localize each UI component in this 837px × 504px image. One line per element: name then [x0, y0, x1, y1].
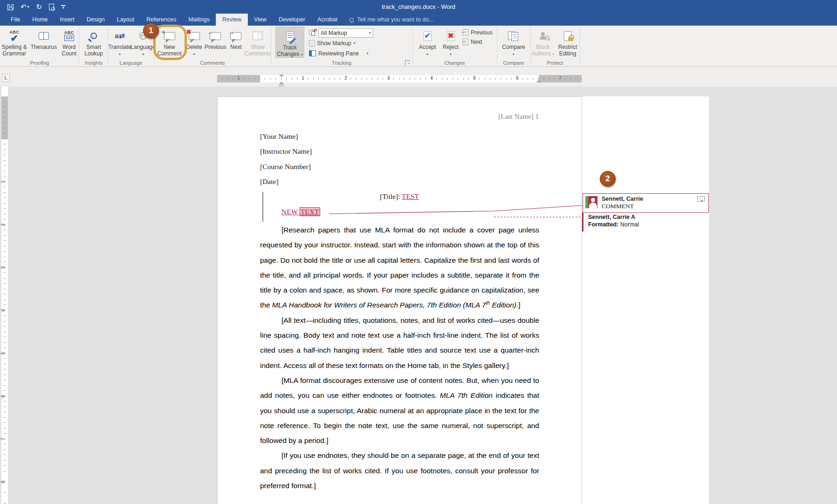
lightbulb-icon — [350, 18, 354, 22]
quick-access-toolbar: ↶▾ ↻ ▾ — [7, 2, 65, 12]
previous-comment-button[interactable]: ← Previous — [205, 27, 226, 51]
compare-button[interactable]: Compare▾ — [500, 27, 527, 57]
tab-mailings[interactable]: Mailings — [182, 14, 216, 26]
word-count-button[interactable]: ABC123 Word Count — [60, 27, 79, 57]
block-authors-button: Block Authors ▾ — [531, 27, 555, 57]
ruler-number: 5 — [0, 352, 6, 355]
next-comment-label: Next — [230, 44, 242, 51]
display-for-review-row: ⇄ All Markup▾ — [309, 28, 373, 38]
front-matter-line[interactable]: [Your Name] — [260, 132, 298, 141]
body-paragraphs[interactable]: [Research papers that use MLA format do … — [260, 223, 539, 493]
translate-icon: a⇄ — [115, 27, 125, 44]
compare-label: Compare▾ — [502, 44, 525, 57]
compare-icon — [508, 27, 519, 44]
language-label: Language▾ — [130, 44, 155, 57]
restrict-editing-icon — [564, 27, 571, 44]
ruler-number: 5 — [473, 75, 476, 81]
show-comments-button: Show Comments — [246, 27, 270, 57]
ruler-number: 8 — [0, 481, 6, 484]
save-icon[interactable] — [7, 4, 14, 10]
track-changes-button[interactable]: Track Changes ▾ — [275, 27, 304, 58]
next-change-label: Next — [471, 39, 482, 45]
commented-selected-text[interactable]: TEXT — [300, 207, 320, 216]
word-count-icon: ABC123 — [64, 27, 74, 44]
smart-lookup-icon: i — [90, 27, 97, 44]
front-matter-line[interactable]: [Date] — [260, 177, 279, 186]
reviewing-pane-label: Reviewing Pane — [318, 50, 359, 57]
revision-value: Normal — [618, 221, 639, 228]
next-change-button[interactable]: → Next — [463, 38, 493, 46]
previous-change-icon: ← — [463, 29, 468, 36]
smart-lookup-button[interactable]: i Smart Lookup — [82, 27, 106, 57]
next-comment-icon: → — [230, 27, 241, 44]
reviewing-pane-row[interactable]: Reviewing Pane ▾ — [309, 48, 373, 58]
print-preview-icon[interactable] — [49, 4, 54, 10]
tell-me-box[interactable]: Tell me what you want to do... — [343, 14, 440, 26]
revision-entry[interactable]: Sennett, Carrie A Formatted: Normal — [588, 213, 639, 228]
next-comment-button[interactable]: → Next — [228, 27, 244, 51]
markup-area — [582, 96, 710, 504]
thesaurus-button[interactable]: Thesaurus — [29, 27, 58, 51]
ruler-number: 7 — [0, 438, 6, 441]
new-comment-button[interactable]: 1 + New Comment — [155, 27, 184, 57]
previous-change-button[interactable]: ← Previous — [463, 29, 493, 36]
group-insights: i Smart Lookup Insights — [80, 26, 108, 66]
tab-home[interactable]: Home — [26, 14, 54, 26]
body-paragraph[interactable]: [Research papers that use MLA format do … — [260, 223, 539, 313]
tab-design[interactable]: Design — [81, 14, 111, 26]
translate-button[interactable]: a⇄ Translate▾ — [109, 27, 131, 57]
tracking-dialog-launcher[interactable]: ↘ — [405, 60, 410, 65]
thesaurus-icon — [39, 27, 49, 44]
document-area: 12345678 [Last Name] 1 [Your Name][Instr… — [0, 87, 837, 504]
tab-insert[interactable]: Insert — [54, 14, 81, 26]
tutorial-marker-1: 1 — [143, 23, 159, 39]
hanging-indent-marker[interactable] — [279, 79, 284, 84]
block-authors-icon — [540, 27, 546, 44]
new-comment-label: New Comment — [155, 44, 184, 57]
new-comment-icon: + — [164, 27, 175, 44]
accept-button[interactable]: ✔ Accept▾ — [416, 27, 439, 57]
previous-comment-label: Previous — [205, 44, 226, 51]
ribbon: ABC✔ Spelling & Grammar Thesaurus ABC123… — [0, 26, 837, 67]
tab-view[interactable]: View — [248, 14, 273, 26]
redo-icon[interactable]: ↻ — [36, 2, 42, 12]
body-paragraph[interactable]: [If you use endnotes, they should be on … — [260, 448, 539, 493]
show-markup-icon — [309, 40, 315, 47]
title-prefix: [Title]: — [380, 192, 402, 200]
reviewing-pane-icon — [309, 50, 316, 56]
delete-comment-button[interactable]: ✖ Delete▾ — [185, 27, 203, 57]
ribbon-tabs: FileHomeInsertDesignLayoutReferencesMail… — [0, 14, 837, 26]
right-indent-marker[interactable] — [536, 77, 541, 82]
spelling-grammar-button[interactable]: ABC✔ Spelling & Grammar — [1, 27, 27, 57]
show-markup-row[interactable]: Show Markup▾ — [309, 38, 373, 48]
tab-layout[interactable]: Layout — [111, 14, 141, 26]
ruler-number: 1 — [0, 181, 6, 184]
front-matter-line[interactable]: [Instructor Name] — [260, 147, 312, 156]
reject-icon: ✖ — [447, 27, 455, 44]
inserted-text-line[interactable]: NEW TEXT — [281, 208, 320, 216]
accept-icon: ✔ — [424, 27, 432, 44]
front-matter-line[interactable]: [Course Number] — [260, 163, 311, 171]
vertical-ruler: 12345678 — [1, 87, 8, 504]
block-authors-label: Block Authors ▾ — [531, 44, 555, 57]
reply-comment-icon[interactable] — [697, 196, 705, 202]
tab-review[interactable]: Review — [216, 14, 248, 26]
smart-lookup-label: Smart Lookup — [82, 44, 106, 57]
group-changes: ✔ Accept▾ ✖ Reject▾ ← Previous → Next — [413, 26, 496, 66]
body-paragraph[interactable]: [All text—including titles, quotations, … — [260, 313, 539, 373]
accept-label: Accept▾ — [419, 44, 436, 57]
restrict-editing-button[interactable]: Restrict Editing — [556, 27, 579, 57]
tab-developer[interactable]: Developer — [273, 14, 311, 26]
title-line[interactable]: [Title]: TEST — [260, 192, 539, 201]
body-paragraph[interactable]: [MLA format discourages extensive use of… — [260, 373, 539, 448]
comment-balloon[interactable]: Sennett, Carrie COMMENT — [583, 193, 709, 213]
comment-text: COMMENT — [602, 203, 634, 210]
display-for-review-select[interactable]: All Markup▾ — [318, 28, 373, 38]
reject-button[interactable]: ✖ Reject▾ — [440, 27, 461, 57]
tab-file[interactable]: File — [5, 14, 26, 26]
customize-qat-icon[interactable]: ▾ — [61, 5, 65, 9]
undo-icon[interactable]: ↶▾ — [21, 2, 29, 12]
tab-stop-selector[interactable]: L — [2, 74, 10, 82]
tab-acrobat[interactable]: Acrobat — [311, 14, 343, 26]
previous-comment-icon: ← — [210, 27, 221, 44]
